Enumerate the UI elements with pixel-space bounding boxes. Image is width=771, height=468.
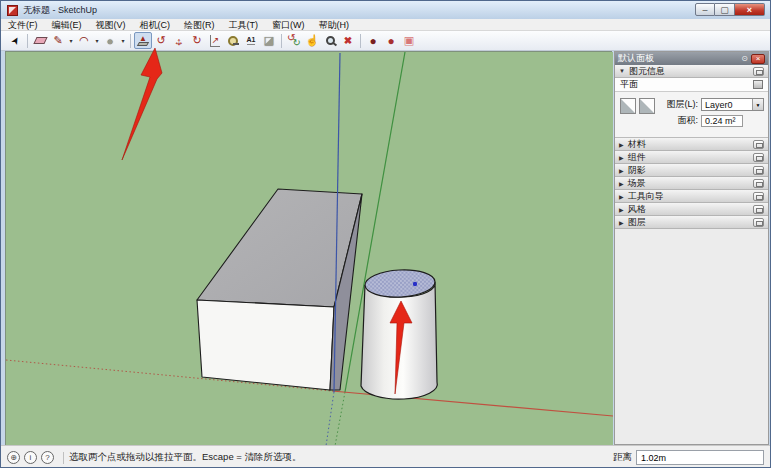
layer-dropdown[interactable]: Layer0 ▼ bbox=[701, 98, 764, 111]
detach-icon[interactable] bbox=[753, 67, 764, 76]
section-label: 图层 bbox=[628, 216, 753, 229]
menu-file[interactable]: 文件(F) bbox=[1, 19, 45, 31]
orbit-tool-button[interactable]: ↺ ↻ bbox=[285, 32, 303, 49]
shapes-tool-dropdown[interactable]: ▾ bbox=[119, 32, 127, 49]
paint-bucket-tool-button[interactable]: ◪ bbox=[260, 32, 278, 49]
arc-icon: ◠ bbox=[79, 34, 89, 47]
section-shadows[interactable]: ▶ 阴影 bbox=[615, 164, 768, 177]
panel-header[interactable]: 默认面板 ⊙ × bbox=[615, 52, 768, 65]
claim-credit-icon[interactable]: i bbox=[24, 451, 37, 464]
line-tool-button[interactable]: ✎ bbox=[49, 32, 67, 49]
section-materials[interactable]: ▶ 材料 bbox=[615, 138, 768, 151]
sketchup-logo-icon bbox=[7, 5, 18, 16]
cylinder-model[interactable] bbox=[361, 268, 437, 399]
pan-tool-button[interactable]: ☝ bbox=[303, 32, 321, 49]
paint-bucket-icon: ◪ bbox=[264, 34, 274, 47]
front-material-swatch[interactable] bbox=[620, 98, 636, 114]
eraser-tool-button[interactable] bbox=[31, 32, 49, 49]
pin-icon[interactable]: ⊙ bbox=[741, 54, 748, 63]
inference-point bbox=[413, 282, 417, 286]
entity-info-label: 图元信息 bbox=[629, 65, 753, 78]
detach-icon[interactable] bbox=[753, 140, 764, 149]
section-instructor[interactable]: ▶ 工具向导 bbox=[615, 190, 768, 203]
section-label: 组件 bbox=[628, 151, 753, 164]
menu-bar: 文件(F) 编辑(E) 视图(V) 相机(C) 绘图(R) 工具(T) 窗口(W… bbox=[1, 19, 770, 31]
status-separator bbox=[63, 452, 64, 464]
menu-help[interactable]: 帮助(H) bbox=[312, 19, 357, 31]
detach-icon[interactable] bbox=[753, 218, 764, 227]
window-title: 无标题 - SketchUp bbox=[23, 4, 97, 17]
dropdown-caret-icon[interactable]: ▼ bbox=[752, 99, 763, 110]
detach-icon[interactable] bbox=[753, 192, 764, 201]
select-tool-button[interactable]: ➤ bbox=[6, 32, 24, 49]
detach-icon[interactable] bbox=[753, 179, 764, 188]
toolbar-separator bbox=[360, 34, 361, 48]
arc-tool-dropdown[interactable]: ▾ bbox=[93, 32, 101, 49]
share-component-icon: ▣ bbox=[404, 34, 414, 47]
area-label: 面积: bbox=[660, 114, 698, 127]
menu-view[interactable]: 视图(V) bbox=[89, 19, 133, 31]
tape-measure-icon bbox=[228, 36, 238, 46]
menu-tools[interactable]: 工具(T) bbox=[222, 19, 266, 31]
zoom-extents-tool-button[interactable]: ✖ bbox=[339, 32, 357, 49]
measurement-input[interactable] bbox=[636, 450, 764, 465]
minimize-button[interactable]: – bbox=[695, 3, 715, 16]
scale-icon: ↗ bbox=[210, 35, 221, 47]
panel-close-icon[interactable]: × bbox=[751, 54, 765, 64]
tape-measure-tool-button[interactable] bbox=[224, 32, 242, 49]
push-pull-tool-button[interactable]: ▲ bbox=[134, 32, 152, 49]
expand-arrow-icon: ▶ bbox=[619, 206, 624, 213]
back-material-swatch[interactable] bbox=[639, 98, 655, 114]
default-tray-panel: 默认面板 ⊙ × ▼ 图元信息 平面 图层(L): bbox=[614, 51, 769, 445]
details-icon[interactable] bbox=[753, 80, 763, 89]
close-button[interactable]: × bbox=[735, 3, 765, 16]
scale-tool-button[interactable]: ↗ bbox=[206, 32, 224, 49]
cylinder-body[interactable] bbox=[361, 282, 437, 399]
rotate-tool-button[interactable]: ↻ bbox=[188, 32, 206, 49]
collapse-arrow-icon: ▼ bbox=[619, 68, 625, 74]
pan-hand-icon: ☝ bbox=[305, 34, 319, 47]
move-tool-button[interactable]: ↔ ↕ bbox=[170, 32, 188, 49]
share-models-button[interactable]: ● bbox=[382, 32, 400, 49]
toolbar-separator bbox=[27, 34, 28, 48]
get-models-button[interactable]: ● bbox=[364, 32, 382, 49]
line-tool-dropdown[interactable]: ▾ bbox=[67, 32, 75, 49]
menu-draw[interactable]: 绘图(R) bbox=[177, 19, 222, 31]
section-layers[interactable]: ▶ 图层 bbox=[615, 216, 768, 229]
expand-arrow-icon: ▶ bbox=[619, 154, 624, 161]
toolbar-separator bbox=[281, 34, 282, 48]
section-label: 工具向导 bbox=[628, 190, 753, 203]
section-label: 风格 bbox=[628, 203, 753, 216]
entity-info-header[interactable]: ▼ 图元信息 bbox=[615, 65, 768, 78]
section-components[interactable]: ▶ 组件 bbox=[615, 151, 768, 164]
status-bar: ⊕ i ? 选取两个点或拖动以推拉平面。Escape = 清除所选项。 距离 bbox=[1, 445, 770, 468]
section-styles[interactable]: ▶ 风格 bbox=[615, 203, 768, 216]
model-scene bbox=[6, 52, 613, 446]
drawing-canvas[interactable] bbox=[5, 51, 612, 445]
box-front-face[interactable] bbox=[197, 300, 334, 390]
select-arrow-icon: ➤ bbox=[8, 34, 22, 47]
geolocation-icon[interactable]: ⊕ bbox=[7, 451, 20, 464]
eraser-icon bbox=[33, 37, 47, 44]
zoom-magnifier-icon bbox=[326, 36, 335, 45]
share-component-button[interactable]: ▣ bbox=[400, 32, 418, 49]
entity-info-content: 平面 图层(L): Layer0 ▼ bbox=[615, 78, 768, 138]
menu-edit[interactable]: 编辑(E) bbox=[45, 19, 89, 31]
detach-icon[interactable] bbox=[753, 205, 764, 214]
zoom-tool-button[interactable] bbox=[321, 32, 339, 49]
menu-window[interactable]: 窗口(W) bbox=[265, 19, 312, 31]
follow-me-tool-button[interactable]: ↺ bbox=[152, 32, 170, 49]
share-models-icon: ● bbox=[387, 34, 394, 48]
maximize-button[interactable]: ▢ bbox=[715, 3, 735, 16]
help-icon[interactable]: ? bbox=[41, 451, 54, 464]
sketchup-window: 无标题 - SketchUp – ▢ × 文件(F) 编辑(E) 视图(V) 相… bbox=[0, 0, 771, 468]
menu-camera[interactable]: 相机(C) bbox=[133, 19, 178, 31]
detach-icon[interactable] bbox=[753, 153, 764, 162]
shapes-tool-button[interactable]: ● bbox=[101, 32, 119, 49]
arc-tool-button[interactable]: ◠ bbox=[75, 32, 93, 49]
section-label: 场景 bbox=[628, 177, 753, 190]
detach-icon[interactable] bbox=[753, 166, 764, 175]
text-tool-button[interactable]: A1 bbox=[242, 32, 260, 49]
title-bar: 无标题 - SketchUp – ▢ × bbox=[1, 1, 770, 19]
section-scenes[interactable]: ▶ 场景 bbox=[615, 177, 768, 190]
